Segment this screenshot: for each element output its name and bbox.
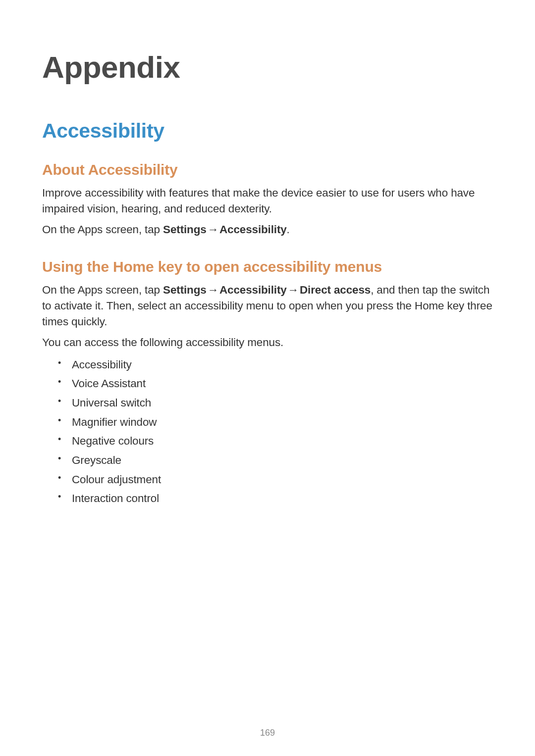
arrow-icon: → — [207, 222, 219, 238]
paragraph-about-accessibility: Improve accessibility with features that… — [42, 185, 493, 217]
bold-settings: Settings — [163, 223, 207, 236]
bold-settings: Settings — [163, 284, 207, 296]
arrow-icon: → — [287, 282, 300, 298]
paragraph-nav-path-1: On the Apps screen, tap Settings → Acces… — [42, 222, 493, 238]
subheading-about-accessibility: About Accessibility — [42, 161, 493, 178]
list-item: Interaction control — [58, 489, 493, 508]
list-item: Negative colours — [58, 432, 493, 451]
bold-direct-access: Direct access — [300, 284, 371, 296]
list-item: Accessibility — [58, 355, 493, 375]
arrow-icon: → — [207, 282, 219, 298]
document-page: Appendix Accessibility About Accessibili… — [0, 0, 535, 756]
page-title: Appendix — [42, 50, 493, 85]
list-item: Colour adjustment — [58, 470, 493, 490]
list-item: Magnifier window — [58, 413, 493, 432]
text-fragment: On the Apps screen, tap — [42, 284, 163, 296]
list-item: Greyscale — [58, 451, 493, 470]
section-heading-accessibility: Accessibility — [42, 119, 493, 143]
page-number: 169 — [0, 728, 535, 738]
paragraph-menus-intro: You can access the following accessibili… — [42, 335, 493, 351]
bold-accessibility: Accessibility — [219, 223, 287, 236]
list-item: Universal switch — [58, 394, 493, 413]
list-item: Voice Assistant — [58, 374, 493, 394]
accessibility-menu-list: Accessibility Voice Assistant Universal … — [42, 355, 493, 509]
subheading-home-key: Using the Home key to open accessibility… — [42, 258, 493, 275]
bold-accessibility: Accessibility — [219, 284, 287, 296]
text-fragment: . — [287, 223, 290, 236]
text-fragment: On the Apps screen, tap — [42, 223, 163, 236]
paragraph-nav-path-2: On the Apps screen, tap Settings → Acces… — [42, 282, 493, 330]
